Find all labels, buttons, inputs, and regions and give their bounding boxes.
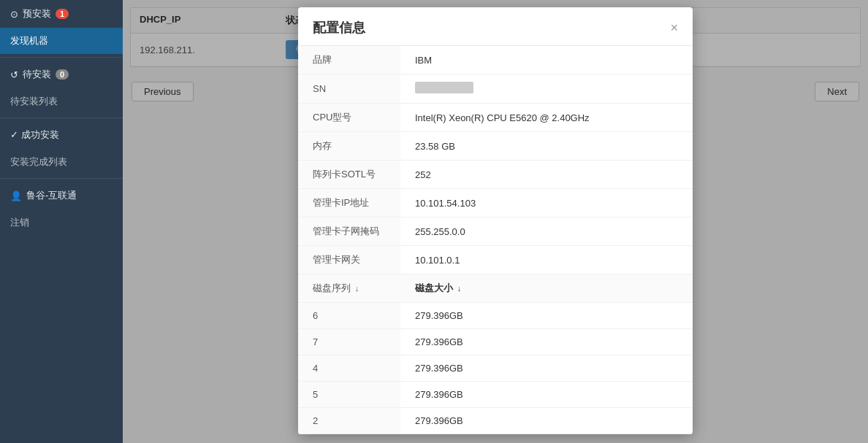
sidebar-group-user: 👤 鲁谷-互联通 [0, 182, 123, 209]
preinstall-badge: 1 [56, 9, 69, 19]
info-table: 品牌IBMSN CPU型号Intel(R) Xeon(R) CPU E5620 … [298, 46, 693, 434]
info-value: 255.255.0.0 [400, 217, 693, 246]
info-label: 管理卡IP地址 [298, 189, 400, 217]
sidebar: ⊙ 预安装 1 发现机器 ↺ 待安装 0 待安装列表 ✓ 成功安装 [0, 0, 123, 443]
disk-seq: 2 [298, 408, 400, 434]
disk-size: 279.396GB [400, 382, 693, 408]
sidebar-group-success: ✓ 成功安装 [0, 121, 123, 149]
info-label: 阵列卡SOTL号 [298, 161, 400, 189]
user-icon: 👤 [10, 190, 22, 201]
sidebar-divider-3 [0, 178, 123, 179]
logout-label: 注销 [10, 217, 29, 228]
info-row: 品牌IBM [298, 46, 693, 74]
refresh-icon: ↺ [10, 69, 18, 80]
info-label: 管理卡网关 [298, 246, 400, 274]
user-label: 鲁谷-互联通 [26, 189, 77, 202]
info-label: SN [298, 74, 400, 104]
main-content: DHCP_IP 状态 可删除 192.168.211. 锁定 删除 Previo… [123, 0, 868, 443]
disk-seq: 6 [298, 303, 400, 329]
info-value: 23.58 GB [400, 132, 693, 161]
sort-icon-size: ↓ [457, 284, 462, 293]
info-row: 阵列卡SOTL号252 [298, 161, 693, 189]
info-row: 管理卡网关10.101.0.1 [298, 246, 693, 274]
info-value: IBM [400, 46, 693, 74]
sidebar-divider-1 [0, 57, 123, 58]
info-value [400, 74, 693, 104]
sidebar-divider-2 [0, 118, 123, 118]
success-label: ✓ 成功安装 [10, 128, 59, 142]
modal-title: 配置信息 [313, 19, 365, 36]
modal-overlay: 配置信息 × 品牌IBMSN CPU型号Intel(R) Xeon(R) CPU… [123, 0, 868, 443]
info-label: 品牌 [298, 46, 400, 74]
info-row: SN [298, 74, 693, 104]
disk-col-header-row: 磁盘序列 ↓磁盘大小 ↓ [298, 274, 693, 303]
sidebar-item-pending-list[interactable]: 待安装列表 [0, 88, 123, 115]
sidebar-item-discover[interactable]: 发现机器 [0, 28, 123, 54]
sort-icon-seq: ↓ [355, 284, 359, 293]
disk-seq: 4 [298, 355, 400, 382]
pending-badge: 0 [56, 69, 69, 80]
sn-blurred [415, 82, 473, 93]
modal-close-button[interactable]: × [670, 21, 678, 34]
info-row: 内存23.58 GB [298, 132, 693, 161]
info-row: CPU型号Intel(R) Xeon(R) CPU E5620 @ 2.40GH… [298, 104, 693, 132]
sidebar-group-pending[interactable]: ↺ 待安装 0 [0, 61, 123, 88]
success-list-label: 安装完成列表 [10, 156, 67, 167]
info-label: 管理卡子网掩码 [298, 217, 400, 246]
disk-row: 5279.396GB [298, 382, 693, 408]
disk-size: 279.396GB [400, 355, 693, 382]
info-value: 252 [400, 161, 693, 189]
disk-row: 4279.396GB [298, 355, 693, 382]
sidebar-item-success-list[interactable]: 安装完成列表 [0, 149, 123, 175]
disk-size: 279.396GB [400, 303, 693, 329]
pending-label: 待安装 [23, 68, 51, 81]
sidebar-item-logout[interactable]: 注销 [0, 209, 123, 236]
disk-row: 6279.396GB [298, 303, 693, 329]
info-row: 管理卡子网掩码255.255.0.0 [298, 217, 693, 246]
disk-col1-header: 磁盘序列 ↓ [298, 274, 400, 303]
modal-config: 配置信息 × 品牌IBMSN CPU型号Intel(R) Xeon(R) CPU… [298, 7, 693, 434]
info-value: 10.101.54.103 [400, 189, 693, 217]
disk-col2-header: 磁盘大小 ↓ [400, 274, 693, 303]
disk-size: 279.396GB [400, 408, 693, 434]
modal-header: 配置信息 × [298, 7, 693, 46]
disk-seq: 7 [298, 329, 400, 355]
discover-label: 发现机器 [10, 35, 48, 46]
modal-body: 品牌IBMSN CPU型号Intel(R) Xeon(R) CPU E5620 … [298, 46, 693, 434]
preinstall-label: 预安装 [23, 7, 51, 20]
disk-row: 2279.396GB [298, 408, 693, 434]
disk-row: 7279.396GB [298, 329, 693, 355]
sidebar-group-preinstall[interactable]: ⊙ 预安装 1 [0, 0, 123, 28]
info-value: Intel(R) Xeon(R) CPU E5620 @ 2.40GHz [400, 104, 693, 132]
info-label: CPU型号 [298, 104, 400, 132]
info-row: 管理卡IP地址10.101.54.103 [298, 189, 693, 217]
info-label: 内存 [298, 132, 400, 161]
info-value: 10.101.0.1 [400, 246, 693, 274]
disk-seq: 5 [298, 382, 400, 408]
preinstall-icon: ⊙ [10, 9, 18, 20]
disk-size: 279.396GB [400, 329, 693, 355]
pending-list-label: 待安装列表 [10, 96, 58, 107]
